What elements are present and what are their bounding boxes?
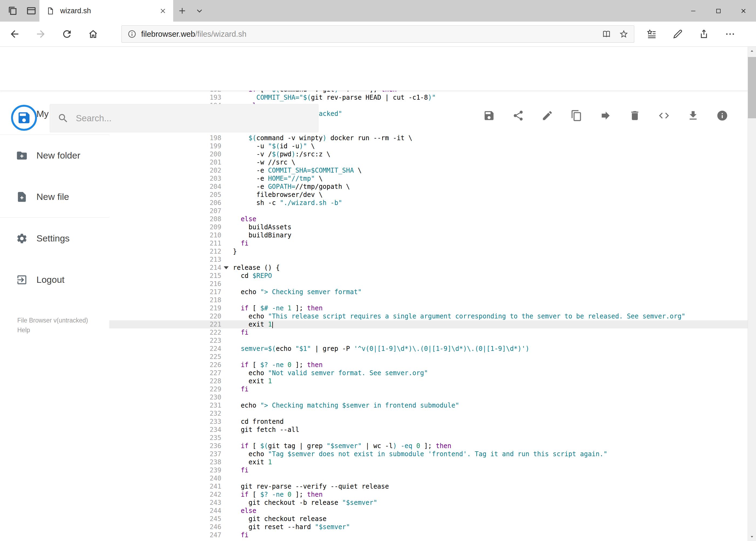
code-line-225[interactable]: 225 <box>109 353 748 361</box>
code-line-207[interactable]: 207 <box>109 207 748 215</box>
code-line-244[interactable]: 244 else <box>109 507 748 515</box>
code-line-201[interactable]: 201 -w //src \ <box>109 158 748 166</box>
code-line-239[interactable]: 239 fi <box>109 466 748 474</box>
add-favorite-icon[interactable] <box>619 29 629 39</box>
address-bar[interactable]: filebrowser.web/files/wizard.sh <box>122 25 634 43</box>
code-line-200[interactable]: 200 -v /$(pwd):/src:z \ <box>109 150 748 158</box>
code-line-231[interactable]: 231 echo "> Checking matching $semver in… <box>109 401 748 409</box>
download-button[interactable] <box>687 110 699 122</box>
share-button[interactable] <box>512 110 524 122</box>
sidebar-item-logout[interactable]: Logout <box>0 259 109 300</box>
web-note-button[interactable] <box>669 25 686 43</box>
forward-button[interactable] <box>32 25 49 43</box>
page-scrollbar[interactable] <box>748 47 756 541</box>
share-button[interactable] <box>695 25 712 43</box>
rename-button[interactable] <box>541 110 553 122</box>
scroll-down-button[interactable] <box>748 532 756 541</box>
code-token: \ <box>354 167 362 174</box>
code-line-230[interactable]: 230 <box>109 393 748 401</box>
code-line-199[interactable]: 199 -u "$(id -u)" \ <box>109 142 748 150</box>
search-input[interactable] <box>76 113 311 124</box>
reading-view-icon[interactable] <box>602 29 611 39</box>
code-line-236[interactable]: 236 if [ $(git tag | grep "$semver" | wc… <box>109 442 748 450</box>
code-token: | grep -P <box>311 345 354 352</box>
code-line-234[interactable]: 234 git fetch --all <box>109 426 748 434</box>
scrollbar-thumb[interactable] <box>748 57 756 118</box>
code-line-227[interactable]: 227 echo "Not valid semver format. See s… <box>109 369 748 377</box>
home-button[interactable] <box>85 25 102 43</box>
window-close-button[interactable] <box>731 0 756 22</box>
hub-button[interactable] <box>643 25 660 43</box>
save-button[interactable] <box>483 110 495 122</box>
code-editor[interactable]: 192 if [ "$(command -v git)" != "" ]; th… <box>109 91 748 541</box>
code-line-214[interactable]: 214release () { <box>109 264 748 272</box>
code-line-221[interactable]: 221 exit 1 <box>109 320 748 328</box>
code-line-202[interactable]: 202 -e COMMIT_SHA=$COMMIT_SHA \ <box>109 166 748 175</box>
code-line-247[interactable]: 247 fi <box>109 531 748 539</box>
code-token: COMMIT_SHA= <box>256 94 299 101</box>
code-line-220[interactable]: 220 echo "This release script requires a… <box>109 312 748 320</box>
window-maximize-button[interactable] <box>706 0 731 22</box>
sidebar-item-settings[interactable]: Settings <box>0 218 109 259</box>
copy-button[interactable] <box>571 110 583 122</box>
code-line-232[interactable]: 232 <box>109 409 748 417</box>
code-line-212[interactable]: 212} <box>109 248 748 256</box>
code-line-240[interactable]: 240 <box>109 474 748 482</box>
tab-close-icon[interactable] <box>159 7 167 15</box>
code-text: } <box>221 248 748 256</box>
code-line-235[interactable]: 235 <box>109 434 748 442</box>
tab-preview-button[interactable] <box>26 5 37 16</box>
code-line-210[interactable]: 210 buildBinary <box>109 231 748 239</box>
browser-tab[interactable]: wizard.sh <box>39 0 173 22</box>
code-line-238[interactable]: 238 exit 1 <box>109 458 748 466</box>
scroll-up-button[interactable] <box>748 47 756 55</box>
code-line-242[interactable]: 242 if [ $? -ne 0 ]; then <box>109 490 748 499</box>
back-button[interactable] <box>6 25 23 43</box>
code-line-213[interactable]: 213 <box>109 256 748 264</box>
code-line-206[interactable]: 206 sh -c "./wizard.sh -b" <box>109 199 748 207</box>
new-tab-button[interactable] <box>173 0 191 22</box>
set-tabs-aside-button[interactable] <box>7 5 18 16</box>
code-line-204[interactable]: 204 -e GOPATH=//tmp/gopath \ <box>109 183 748 191</box>
code-line-246[interactable]: 246 git reset --hard "$semver" <box>109 523 748 531</box>
code-line-245[interactable]: 245 git checkout release <box>109 515 748 523</box>
code-line-192[interactable]: 192 if [ "$(command -v git)" != "" ]; th… <box>109 91 748 94</box>
code-line-237[interactable]: 237 echo "Tag $semver does not exist in … <box>109 450 748 458</box>
sidebar-item-new-folder[interactable]: New folder <box>0 135 109 176</box>
code-line-203[interactable]: 203 -e HOME="//tmp" \ <box>109 175 748 183</box>
code-line-228[interactable]: 228 exit 1 <box>109 377 748 385</box>
code-line-208[interactable]: 208 else <box>109 215 748 223</box>
sidebar-item-new-file[interactable]: New file <box>0 176 109 218</box>
code-view-button[interactable] <box>658 110 670 122</box>
delete-button[interactable] <box>629 110 641 122</box>
info-button[interactable] <box>716 110 728 122</box>
code-line-233[interactable]: 233 cd frontend <box>109 417 748 426</box>
code-token: "Not valid semver format. See semver.org… <box>268 369 428 377</box>
search-bar[interactable] <box>50 104 319 132</box>
fold-arrow-icon[interactable] <box>224 266 229 269</box>
code-text: sh -c "./wizard.sh -b" <box>221 199 748 207</box>
move-button[interactable] <box>600 110 612 122</box>
code-line-243[interactable]: 243 git checkout -b release "$semver" <box>109 499 748 507</box>
code-line-219[interactable]: 219 if [ $# -ne 1 ]; then <box>109 304 748 312</box>
site-info-icon[interactable] <box>127 29 137 39</box>
code-line-222[interactable]: 222 fi <box>109 328 748 336</box>
tab-list-button[interactable] <box>191 0 208 22</box>
more-button[interactable] <box>721 25 739 43</box>
help-link[interactable]: Help <box>17 326 30 333</box>
code-line-241[interactable]: 241 git rev-parse --verify --quiet relea… <box>109 482 748 490</box>
code-line-215[interactable]: 215 cd $REPO <box>109 272 748 280</box>
code-line-216[interactable]: 216 <box>109 280 748 288</box>
code-line-205[interactable]: 205 filebrowser/dev \ <box>109 191 748 199</box>
line-number: 237 <box>109 450 221 458</box>
code-line-229[interactable]: 229 fi <box>109 385 748 393</box>
code-line-218[interactable]: 218 <box>109 296 748 304</box>
code-line-223[interactable]: 223 <box>109 336 748 345</box>
refresh-button[interactable] <box>58 25 76 43</box>
code-line-217[interactable]: 217 echo "> Checking semver format" <box>109 288 748 296</box>
code-line-226[interactable]: 226 if [ $? -ne 0 ]; then <box>109 361 748 369</box>
code-line-224[interactable]: 224 semver=$(echo "$1" | grep -P '^v(0|[… <box>109 345 748 353</box>
window-minimize-button[interactable] <box>681 0 706 22</box>
code-line-209[interactable]: 209 buildAssets <box>109 223 748 231</box>
code-line-211[interactable]: 211 fi <box>109 239 748 248</box>
